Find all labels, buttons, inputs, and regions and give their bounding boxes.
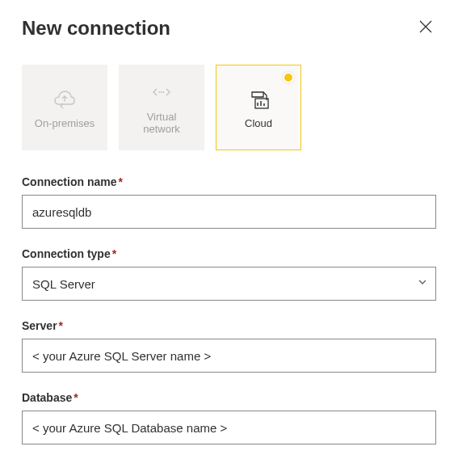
database-input[interactable]: [22, 411, 436, 444]
selected-indicator-icon: [283, 72, 294, 83]
field-server: Server*: [22, 318, 436, 373]
required-star-icon: *: [59, 319, 63, 332]
server-input[interactable]: [22, 339, 436, 373]
select-value: SQL Server: [32, 277, 95, 291]
cloud-report-icon: [246, 86, 271, 112]
tab-on-premises[interactable]: On-premises: [22, 65, 107, 150]
tab-virtual-network[interactable]: Virtual network: [119, 65, 204, 150]
cloud-sync-icon: [52, 86, 78, 112]
field-database: Database*: [22, 390, 436, 444]
dialog-header: New connection: [22, 16, 436, 40]
close-icon: [418, 19, 433, 37]
required-star-icon: *: [112, 247, 116, 260]
tab-label: On-premises: [35, 118, 95, 130]
label-text: Database: [22, 391, 72, 404]
database-label: Database*: [22, 391, 78, 404]
tab-cloud[interactable]: Cloud: [216, 65, 301, 150]
connection-name-input[interactable]: [22, 195, 436, 229]
svg-point-1: [161, 91, 162, 93]
required-star-icon: *: [74, 391, 78, 404]
dialog-title: New connection: [22, 17, 170, 40]
network-icon: [149, 79, 174, 105]
close-button[interactable]: [415, 16, 436, 40]
label-text: Server: [22, 319, 57, 332]
connection-type-select[interactable]: SQL Server: [22, 267, 436, 301]
svg-point-0: [159, 91, 161, 93]
label-text: Connection type: [22, 247, 111, 260]
tab-label: Virtual network: [143, 112, 180, 136]
tab-label: Cloud: [245, 118, 272, 130]
connection-name-label: Connection name*: [22, 175, 123, 188]
required-star-icon: *: [118, 175, 122, 188]
svg-point-2: [163, 91, 165, 93]
connection-type-label: Connection type*: [22, 247, 116, 260]
connection-type-tabs: On-premises Virtual network Cloud: [22, 65, 436, 150]
label-text: Connection name: [22, 175, 116, 188]
field-connection-name: Connection name*: [22, 175, 436, 229]
server-label: Server*: [22, 319, 63, 332]
connection-type-select-wrapper: SQL Server: [22, 267, 436, 301]
field-connection-type: Connection type* SQL Server: [22, 246, 436, 301]
